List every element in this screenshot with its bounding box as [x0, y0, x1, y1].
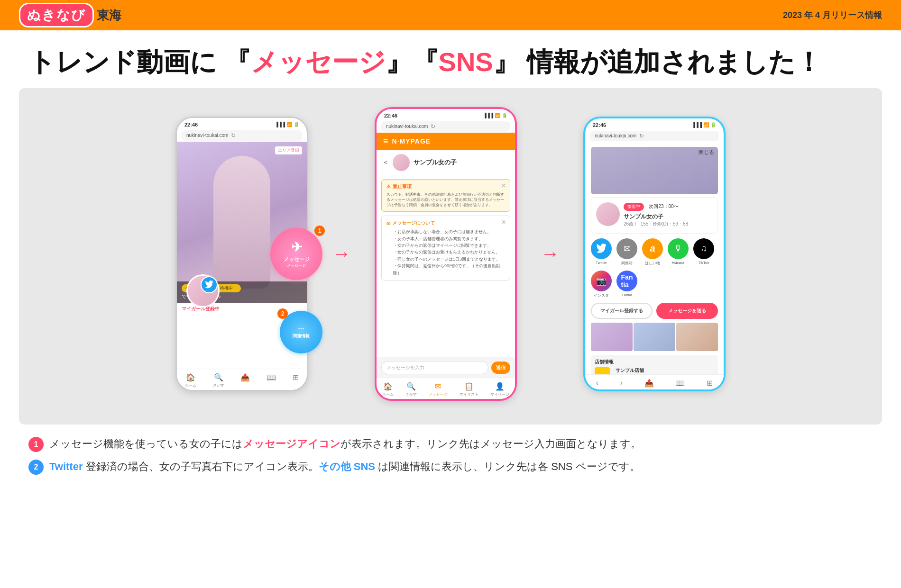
sns-tiktok[interactable]: ♫ TikTok	[693, 238, 714, 266]
refresh-icon2[interactable]: ↻	[431, 123, 435, 130]
warning-icon: ⚠	[386, 184, 391, 189]
phone2-navbar: 🏠ホーム 🔍さがす ✉メッセージ 📋マイリスト 👤マイページ	[377, 378, 515, 399]
message-circle-sublabel: メッセージ	[287, 263, 306, 268]
info-item-4: ・女の子からの返信はお受けもらえるかわかりません。	[393, 249, 505, 255]
phone3: 22:46 ▐▐▐ 📶 🔋 nukinavi-toukai.com ↻	[583, 117, 726, 391]
instagram-icon: 📷	[591, 271, 612, 291]
desc-num-2: 2	[28, 460, 44, 475]
battery-icon2: 🔋	[502, 113, 507, 118]
photo-cell-2	[634, 323, 675, 351]
girl-status: 接客中	[624, 203, 644, 211]
logo-label: ぬきなび	[27, 8, 86, 22]
amazon-icon: a	[642, 238, 663, 259]
mail-label: 同僚箱	[621, 261, 633, 266]
phone1-video: エリア登録 今すぐ 17:20 〜 待機中！ です❤初めまして♪	[177, 142, 307, 303]
nav2-mypage[interactable]: 👤マイページ	[490, 382, 509, 397]
nav2-list[interactable]: 📋マイリスト	[460, 382, 478, 397]
signal-icon: ▐▐▐	[275, 122, 285, 127]
hamburger-icon[interactable]: ≡	[383, 136, 388, 146]
sns-fantia[interactable]: Fantia Fantia	[616, 271, 637, 298]
message-info-title: ✉ メッセージについて	[386, 220, 505, 226]
related-label: 関連情報	[293, 333, 310, 339]
related-num-badge: 2	[277, 308, 288, 319]
twicast-label: twicast	[672, 261, 684, 265]
send-button[interactable]: 送信	[491, 362, 510, 374]
nav-home[interactable]: 🏠ホーム	[185, 373, 196, 388]
close-button[interactable]: 閉じる	[699, 149, 714, 156]
info-item-3: ・女の子からの返信はマイページに閲覧できます。	[393, 242, 505, 249]
desc-highlight-message: メッセージアイコン	[243, 438, 340, 450]
nav-book[interactable]: 📖	[267, 373, 276, 388]
warning-text: スカウト、勧誘中毒、その他法律行為および無犯行が不適切と判断するメッセージは処罰…	[386, 192, 505, 208]
sns-twitter[interactable]: Twitter	[591, 238, 612, 266]
warning-close[interactable]: ✕	[501, 182, 506, 189]
phone3-video-thumb: 閉じる	[591, 147, 718, 194]
arrow-phone1-to-phone2: →	[332, 243, 351, 264]
girl-next: 次回23：00〜	[649, 203, 678, 210]
content-area: 22:46 ▐▐▐ 📶 🔋 nukinavi-toukai.com ↻	[19, 88, 882, 425]
phone2-statusbar: 22:46 ▐▐▐ 📶 🔋	[377, 109, 515, 120]
message-send-button[interactable]: メッセージを送る	[656, 303, 718, 319]
message-icon: ✈	[291, 239, 302, 255]
message-info-box: ✉ メッセージについて ✕ ・お店が承認しない場合、女の子には届きません。 ・女…	[381, 216, 510, 280]
mygirl-button[interactable]: マイガール登録する	[591, 303, 653, 319]
twitter-badge[interactable]	[201, 276, 218, 293]
battery-icon3: 🔋	[710, 122, 716, 127]
desc-text-1: メッセージ機能を使っている女の子にはメッセージアイコンが表示されます。リンク先は…	[49, 436, 641, 452]
description-area: 1 メッセージ機能を使っている女の子にはメッセージアイコンが表示されます。リンク…	[0, 425, 901, 493]
nav3-grid[interactable]: ⊞	[707, 379, 713, 388]
sns-twicast[interactable]: 🎙 twicast	[668, 238, 689, 266]
phone3-status-icons: ▐▐▐ 📶 🔋	[692, 122, 716, 127]
phones-container: 22:46 ▐▐▐ 📶 🔋 nukinavi-toukai.com ↻	[175, 107, 726, 401]
phone2-wrapper: 22:46 ▐▐▐ 📶 🔋 nukinavi-toukai.com ↻ ≡ N·…	[375, 107, 517, 401]
nav2-home[interactable]: 🏠ホーム	[382, 382, 394, 397]
phone3-wrapper: 22:46 ▐▐▐ 📶 🔋 nukinavi-toukai.com ↻	[583, 117, 726, 391]
nav-share[interactable]: 📤	[240, 373, 250, 388]
phone1-navbar: 🏠ホーム 🔍さがす 📤 📖 ⊞	[177, 369, 307, 390]
mail-icon: ✉	[616, 238, 637, 259]
phone3-navbar: ‹ › 📤 📖 ⊞	[585, 374, 724, 389]
info-item-2: ・女の子本人・店舗管理者のみ閲覧できます。	[393, 235, 505, 242]
nav3-share[interactable]: 📤	[644, 379, 654, 388]
phone1-addressbar: nukinavi-toukai.com ↻	[182, 130, 302, 141]
person-silhouette	[213, 156, 270, 289]
info-item-1: ・お店が承認しない場合、女の子には届きません。	[393, 228, 505, 235]
photo-cell-3	[676, 323, 718, 351]
refresh-icon[interactable]: ↻	[231, 132, 236, 139]
nav2-search[interactable]: 🔍さがす	[405, 382, 417, 397]
refresh-icon3[interactable]: ↻	[639, 133, 644, 139]
nav3-back[interactable]: ‹	[596, 379, 598, 388]
twitter-label: Twitter	[596, 261, 607, 265]
nav3-forward[interactable]: ›	[620, 379, 623, 388]
desc-item-2: 2 Twitter 登録済の場合、女の子写真右下にアイコン表示。その他 SNS …	[28, 459, 873, 475]
nav-search[interactable]: 🔍さがす	[213, 373, 224, 388]
close-btn-row: 閉じる	[699, 149, 714, 156]
nav3-book[interactable]: 📖	[675, 379, 685, 388]
phone3-statusbar: 22:46 ▐▐▐ 📶 🔋	[585, 118, 724, 130]
related-badge[interactable]: 2 ··· 関連情報	[280, 311, 322, 353]
nav-grid[interactable]: ⊞	[293, 373, 299, 388]
signal-icon3: ▐▐▐	[692, 122, 702, 127]
fantia-label: Fantia	[622, 293, 632, 297]
instagram-label: インスタ	[594, 293, 609, 298]
phone3-time: 22:46	[593, 122, 606, 128]
sns-amazon[interactable]: a ほしい物	[642, 238, 663, 266]
header: ぬきなび 東海 2023 年 4 月リリース情報	[0, 0, 901, 30]
phone3-content: 閉じる 接客中 次回23：00〜 サンプル女の子	[585, 142, 724, 391]
sns-instagram[interactable]: 📷 インスタ	[591, 271, 612, 298]
signal-icon2: ▐▐▐	[483, 113, 493, 118]
logo-area: ぬきなび 東海	[19, 3, 121, 27]
chat-avatar	[393, 154, 410, 171]
phone2: 22:46 ▐▐▐ 📶 🔋 nukinavi-toukai.com ↻ ≡ N·…	[375, 107, 517, 401]
back-arrow[interactable]: ＜	[382, 158, 389, 167]
phone1-statusbar: 22:46 ▐▐▐ 📶 🔋	[177, 118, 307, 129]
logo-text: ぬきなび	[19, 3, 94, 27]
wifi-icon3: 📶	[703, 122, 709, 127]
message-circle-badge[interactable]: 1 ✈ メッセージ メッセージ	[270, 228, 322, 280]
info-close[interactable]: ✕	[501, 219, 506, 226]
nav2-message[interactable]: ✉メッセージ	[429, 382, 448, 397]
message-input[interactable]: メッセージを入力	[381, 361, 488, 374]
phone3-avatar	[596, 202, 620, 226]
sns-mail[interactable]: ✉ 同僚箱	[616, 238, 637, 266]
message-num-badge: 1	[314, 226, 325, 236]
